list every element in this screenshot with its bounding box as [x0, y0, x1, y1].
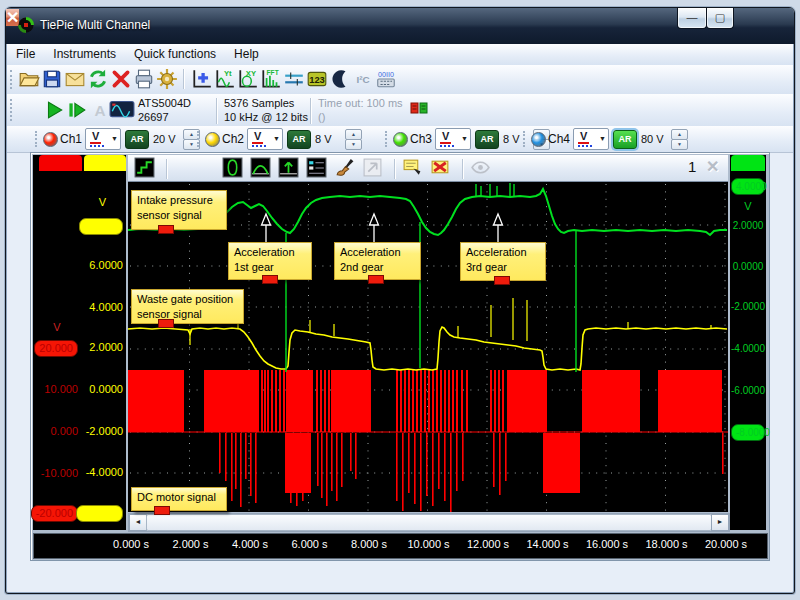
graph-note-del-button[interactable]	[430, 157, 451, 178]
ch4-led-icon[interactable]	[531, 132, 546, 147]
toolbar-grip[interactable]	[10, 70, 15, 89]
separator	[166, 159, 168, 179]
time-tick-label: 2.000 s	[172, 538, 208, 550]
red-axis-label: 20.000	[34, 340, 78, 357]
toolbar-grip[interactable]	[10, 99, 15, 121]
time-tick-label: 6.000 s	[291, 538, 327, 550]
time-tick-label: 12.000 s	[467, 538, 509, 550]
ch1-range-stepper: ▲▼	[183, 129, 198, 148]
ch2-led-icon[interactable]	[205, 132, 220, 147]
ch3-label: Ch3	[410, 132, 432, 146]
red-axis-label: -20.000	[31, 505, 78, 522]
plot-area[interactable]	[128, 182, 728, 512]
menu-help[interactable]: Help	[225, 44, 268, 65]
yellow-axis-scale: V8.00006.00004.00002.00000.0000-2.0000-4…	[81, 0, 124, 600]
ch2-coupling-button[interactable]: V▼	[247, 128, 283, 150]
spinner-down-button[interactable]: ▼	[671, 139, 688, 150]
graph-legend-button[interactable]	[306, 157, 327, 178]
note-handle[interactable]	[158, 319, 174, 328]
xy-graph-button[interactable]: XY	[237, 68, 259, 90]
note-handle[interactable]	[262, 275, 278, 284]
menu-quick-functions[interactable]: Quick functions	[125, 44, 225, 65]
toolbar-grip[interactable]	[385, 131, 390, 147]
ch4-range-value: 80 V	[641, 133, 664, 145]
channel-toolbar: Ch1V▼AR20 V▲▼Ch2V▼AR8 V▲▼Ch3V▼AR8 V▲▼Ch4…	[7, 126, 793, 153]
i2c-button[interactable]: I²C	[352, 68, 374, 90]
cursors-button[interactable]	[283, 68, 305, 90]
ch1-autorange-button[interactable]: AR	[125, 130, 149, 149]
svg-text:FFT: FFT	[267, 69, 279, 76]
note-handle[interactable]	[368, 275, 384, 284]
graph-scale-button[interactable]	[222, 157, 243, 178]
ch2-autorange-button[interactable]: AR	[287, 130, 311, 149]
separator	[394, 159, 396, 179]
toolbar-grip[interactable]	[523, 131, 528, 147]
green-axis-label: 4.0000	[731, 178, 765, 195]
note-handle[interactable]	[154, 506, 170, 515]
graph-step-button[interactable]	[134, 157, 155, 178]
separator	[462, 159, 464, 179]
scrollbar-thumb[interactable]	[146, 514, 712, 531]
channel-group-ch3: Ch3V▼AR8 V▲▼	[393, 126, 553, 152]
ch4-range-stepper: ▲▼	[671, 129, 686, 148]
annotation-note[interactable]: DC motor signal	[131, 487, 227, 511]
scroll-left-button[interactable]: ◄	[129, 514, 147, 531]
channel-group-ch4: Ch4V▼AR80 V▲▼	[531, 126, 691, 152]
annotation-note[interactable]: Intake pressuresensor signal	[131, 190, 227, 230]
green-axis-unit: V	[730, 199, 766, 214]
note-text: DC motor signal	[137, 490, 221, 505]
yellow-axis-label: 2.0000	[89, 340, 123, 355]
title-bar: TiePie Multi Channel —▢✕	[6, 8, 794, 44]
ch3-led-icon[interactable]	[393, 132, 408, 147]
print-button[interactable]	[133, 68, 155, 90]
note-text: sensor signal	[137, 208, 221, 223]
graph-note-add-button[interactable]	[402, 157, 423, 178]
volt-icon: V	[252, 130, 263, 144]
volt-dotted-underline	[578, 145, 592, 147]
keyboard-button[interactable]: 00II0	[375, 68, 397, 90]
note-handle[interactable]	[494, 276, 510, 285]
scroll-right-button[interactable]: ►	[711, 514, 729, 531]
add-graph-button[interactable]	[191, 68, 213, 90]
menu-bar: FileInstrumentsQuick functionsHelp	[7, 44, 793, 66]
graph-sheet-number: 1	[688, 158, 696, 175]
graph-close-icon[interactable]: ✕	[706, 157, 719, 176]
graph-eye-button	[470, 157, 491, 178]
separator	[216, 98, 218, 124]
graph-brush-button[interactable]	[334, 157, 355, 178]
multimeter-button[interactable]: 123	[306, 68, 328, 90]
note-text: Acceleration	[234, 245, 306, 260]
graph-hump-button[interactable]	[250, 157, 271, 178]
annotation-note[interactable]: Acceleration1st gear	[228, 242, 312, 280]
ch3-coupling-button[interactable]: V▼	[435, 128, 471, 150]
note-text: 3rd gear	[466, 260, 540, 275]
green-axis-scale: V4.00002.00000.0000-2.0000-4.0000-6.0000…	[730, 0, 766, 600]
ch4-autorange-button[interactable]: AR	[613, 130, 637, 149]
time-axis: 0.000 s2.000 s4.000 s6.000 s8.000 s10.00…	[33, 533, 768, 559]
annotation-note[interactable]: Acceleration3rd gear	[460, 242, 546, 281]
toolbar-grip[interactable]	[197, 131, 202, 147]
minimize-button[interactable]: —	[677, 8, 707, 29]
channel-chip-icon[interactable]	[410, 101, 428, 115]
spinner-down-button[interactable]: ▼	[345, 139, 362, 150]
horizontal-scrollbar[interactable]: ◄ ►	[128, 513, 730, 532]
time-tick-label: 20.000 s	[705, 538, 747, 550]
ch2-range-value: 8 V	[315, 133, 332, 145]
note-handle[interactable]	[158, 225, 174, 234]
ch4-coupling-button[interactable]: V▼	[573, 128, 609, 150]
annotation-note[interactable]: Acceleration2nd gear	[334, 242, 421, 280]
separator	[183, 69, 185, 89]
red-axis-unit: V	[35, 320, 79, 335]
annotation-note[interactable]: Waste gate positionsensor signal	[131, 289, 244, 324]
ch2-range-stepper: ▲▼	[345, 129, 360, 148]
settings-button[interactable]	[156, 68, 178, 90]
volt-icon: V	[440, 130, 451, 144]
note-text: Waste gate position	[137, 292, 238, 307]
graph-resize-button	[362, 157, 383, 178]
application: TiePie Multi Channel —▢✕ FileInstruments…	[0, 0, 800, 600]
ch3-autorange-button[interactable]: AR	[475, 130, 499, 149]
yt-graph-button[interactable]: Yt	[214, 68, 236, 90]
crescent-button[interactable]	[329, 68, 351, 90]
fft-graph-button[interactable]: FFT	[260, 68, 282, 90]
graph-arrow-button[interactable]	[278, 157, 299, 178]
